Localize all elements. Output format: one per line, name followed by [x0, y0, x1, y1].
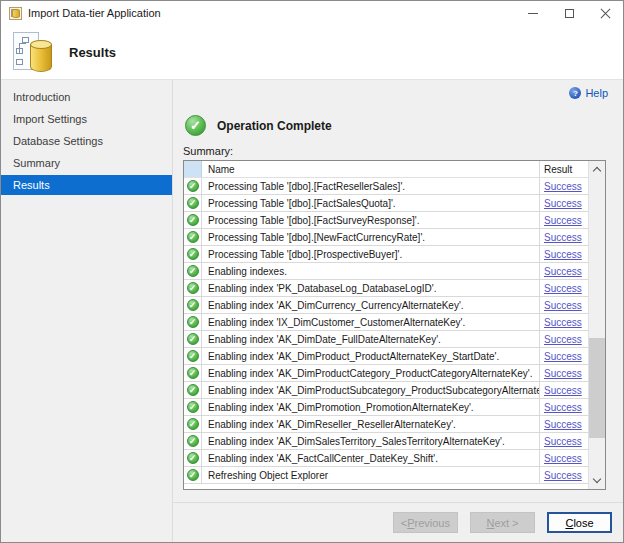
success-check-icon: ✓: [187, 299, 199, 311]
scroll-up-button[interactable]: [589, 161, 605, 178]
close-button[interactable]: Close: [547, 512, 612, 533]
success-check-icon: ✓: [187, 350, 199, 362]
chevron-up-icon: [593, 167, 601, 175]
help-icon: ?: [569, 87, 581, 99]
result-column-header: Result: [540, 161, 588, 177]
table-row[interactable]: ✓Enabling index 'AK_DimProductSubcategor…: [184, 382, 588, 399]
row-name: Enabling index 'AK_DimDate_FullDateAlter…: [202, 331, 540, 347]
next-button[interactable]: Next >: [470, 512, 535, 533]
scroll-down-button[interactable]: [589, 472, 605, 489]
success-check-icon: ✓: [187, 333, 199, 345]
summary-label: Summary:: [183, 145, 623, 157]
close-window-button[interactable]: [587, 1, 623, 25]
row-status-cell: ✓: [184, 263, 202, 279]
summary-grid: Name Result ✓Processing Table '[dbo].[Fa…: [184, 161, 588, 489]
sidebar-item-summary[interactable]: Summary: [1, 153, 172, 173]
help-label: Help: [585, 87, 608, 99]
minimize-icon: [528, 13, 538, 14]
success-link[interactable]: Success: [544, 351, 582, 362]
sidebar-item-import-settings[interactable]: Import Settings: [1, 109, 172, 129]
sidebar-item-introduction[interactable]: Introduction: [1, 87, 172, 107]
success-check-icon: ✓: [187, 197, 199, 209]
window-controls: [515, 1, 623, 25]
table-row[interactable]: ✓Enabling index 'AK_FactCallCenter_DateK…: [184, 450, 588, 467]
table-row[interactable]: ✓Refreshing Object ExplorerSuccess: [184, 467, 588, 484]
row-status-cell: ✓: [184, 331, 202, 347]
row-status-cell: ✓: [184, 467, 202, 483]
success-link[interactable]: Success: [544, 368, 582, 379]
table-row[interactable]: ✓Enabling index 'AK_DimProduct_ProductAl…: [184, 348, 588, 365]
row-result-cell: Success: [540, 263, 588, 279]
summary-grid-body: ✓Processing Table '[dbo].[FactResellerSa…: [184, 178, 588, 484]
success-link[interactable]: Success: [544, 453, 582, 464]
status-column-header: [184, 161, 202, 177]
table-row[interactable]: ✓Enabling index 'PK_DatabaseLog_Database…: [184, 280, 588, 297]
success-link[interactable]: Success: [544, 215, 582, 226]
success-check-icon: ✓: [187, 282, 199, 294]
success-link[interactable]: Success: [544, 181, 582, 192]
table-row[interactable]: ✓Enabling index 'AK_DimDate_FullDateAlte…: [184, 331, 588, 348]
help-link[interactable]: ? Help: [569, 87, 608, 99]
vertical-scrollbar[interactable]: [588, 161, 605, 489]
sidebar-item-results[interactable]: Results: [1, 175, 172, 195]
row-status-cell: ✓: [184, 297, 202, 313]
scrollbar-track[interactable]: [589, 178, 605, 472]
results-page: ? Help ✓ Operation Complete Summary: Nam…: [173, 80, 623, 542]
wizard-header: Results: [1, 25, 623, 80]
success-link[interactable]: Success: [544, 283, 582, 294]
operation-complete-heading: Operation Complete: [217, 119, 332, 133]
maximize-icon: [565, 9, 574, 18]
success-link[interactable]: Success: [544, 232, 582, 243]
minimize-button[interactable]: [515, 1, 551, 25]
table-row[interactable]: ✓Enabling indexes.Success: [184, 263, 588, 280]
success-link[interactable]: Success: [544, 249, 582, 260]
row-name: Enabling index 'AK_DimPromotion_Promotio…: [202, 399, 540, 415]
table-row[interactable]: ✓Enabling index 'AK_DimProductCategory_P…: [184, 365, 588, 382]
row-result-cell: Success: [540, 178, 588, 194]
page-title: Results: [69, 45, 116, 60]
table-row[interactable]: ✓Processing Table '[dbo].[FactResellerSa…: [184, 178, 588, 195]
scrollbar-thumb[interactable]: [589, 338, 605, 438]
row-result-cell: Success: [540, 246, 588, 262]
row-result-cell: Success: [540, 467, 588, 483]
success-link[interactable]: Success: [544, 385, 582, 396]
success-link[interactable]: Success: [544, 317, 582, 328]
table-row[interactable]: ✓Enabling index 'AK_DimSalesTerritory_Sa…: [184, 433, 588, 450]
table-row[interactable]: ✓Processing Table '[dbo].[FactSalesQuota…: [184, 195, 588, 212]
row-result-cell: Success: [540, 450, 588, 466]
sidebar-item-database-settings[interactable]: Database Settings: [1, 131, 172, 151]
row-name: Enabling index 'AK_DimSalesTerritory_Sal…: [202, 433, 540, 449]
table-row[interactable]: ✓Processing Table '[dbo].[NewFactCurrenc…: [184, 229, 588, 246]
wizard-steps-sidebar: IntroductionImport SettingsDatabase Sett…: [1, 80, 173, 542]
previous-button[interactable]: < Previous: [393, 512, 458, 533]
row-result-cell: Success: [540, 212, 588, 228]
table-row[interactable]: ✓Processing Table '[dbo].[ProspectiveBuy…: [184, 246, 588, 263]
success-check-icon: ✓: [187, 180, 199, 192]
row-name: Processing Table '[dbo].[NewFactCurrency…: [202, 229, 540, 245]
success-check-icon: ✓: [187, 367, 199, 379]
row-status-cell: ✓: [184, 399, 202, 415]
table-row[interactable]: ✓Enabling index 'AK_DimReseller_Reseller…: [184, 416, 588, 433]
success-link[interactable]: Success: [544, 419, 582, 430]
table-row[interactable]: ✓Enabling index 'AK_DimCurrency_Currency…: [184, 297, 588, 314]
table-row[interactable]: ✓Enabling index 'IX_DimCustomer_Customer…: [184, 314, 588, 331]
success-link[interactable]: Success: [544, 300, 582, 311]
success-link[interactable]: Success: [544, 334, 582, 345]
row-status-cell: ✓: [184, 348, 202, 364]
table-row[interactable]: ✓Enabling index 'AK_DimPromotion_Promoti…: [184, 399, 588, 416]
success-link[interactable]: Success: [544, 436, 582, 447]
success-check-icon: ✓: [187, 265, 199, 277]
row-result-cell: Success: [540, 229, 588, 245]
table-row[interactable]: ✓Processing Table '[dbo].[FactSurveyResp…: [184, 212, 588, 229]
success-link[interactable]: Success: [544, 470, 582, 481]
row-name: Enabling index 'AK_DimCurrency_CurrencyA…: [202, 297, 540, 313]
maximize-button[interactable]: [551, 1, 587, 25]
success-link[interactable]: Success: [544, 266, 582, 277]
row-status-cell: ✓: [184, 416, 202, 432]
success-link[interactable]: Success: [544, 402, 582, 413]
row-status-cell: ✓: [184, 195, 202, 211]
success-check-icon: ✓: [187, 231, 199, 243]
row-status-cell: ✓: [184, 178, 202, 194]
row-result-cell: Success: [540, 280, 588, 296]
success-link[interactable]: Success: [544, 198, 582, 209]
